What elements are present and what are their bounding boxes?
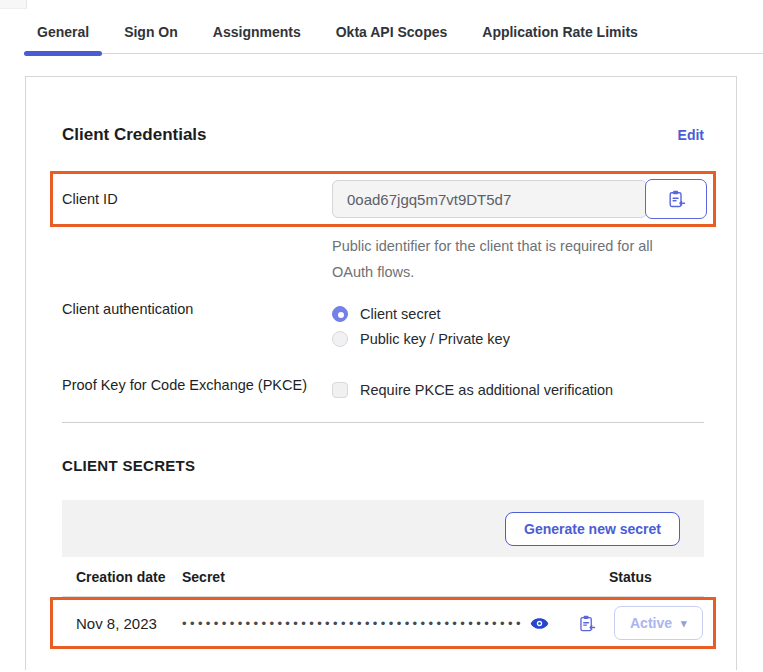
client-authentication-row: Client authentication Client secret Publ… — [62, 301, 704, 351]
client-credentials-title: Client Credentials — [62, 125, 207, 145]
client-authentication-label: Client authentication — [62, 301, 332, 317]
chevron-down-icon: ▾ — [681, 618, 687, 629]
header-creation-date: Creation date — [62, 569, 182, 585]
secret-row-highlight-box: Nov 8, 2023 ••••••••••••••••••••••••••••… — [50, 597, 716, 649]
client-secrets-title: CLIENT SECRETS — [62, 457, 704, 474]
radio-client-secret-label: Client secret — [360, 306, 441, 322]
header-secret: Secret — [182, 569, 609, 585]
client-id-group: 0oad67jgq5m7vt9DT5d7 — [332, 179, 707, 219]
app-tab-bar: General Sign On Assignments Okta API Sco… — [24, 10, 763, 54]
header-status: Status — [609, 569, 704, 585]
radio-public-private-key[interactable]: Public key / Private key — [332, 326, 510, 351]
pkce-checkbox-option[interactable]: Require PKCE as additional verification — [332, 377, 613, 402]
eye-icon — [530, 614, 549, 633]
table-row: Nov 8, 2023 ••••••••••••••••••••••••••••… — [62, 600, 707, 646]
section-divider — [62, 422, 704, 423]
tab-assignments[interactable]: Assignments — [200, 10, 314, 53]
secret-cell: ••••••••••••••••••••••••••••••••••••••••… — [182, 614, 612, 633]
client-authentication-options: Client secret Public key / Private key — [332, 301, 510, 351]
pkce-label: Proof Key for Code Exchange (PKCE) — [62, 377, 332, 393]
client-secrets-toolbar: Generate new secret — [62, 500, 704, 557]
client-id-highlight-box: Client ID 0oad67jgq5m7vt9DT5d7 — [50, 171, 716, 227]
radio-unselected-icon[interactable] — [332, 331, 348, 347]
tab-application-rate-limits[interactable]: Application Rate Limits — [469, 10, 651, 53]
clipboard-copy-icon — [666, 189, 686, 209]
reveal-secret-button[interactable] — [530, 614, 549, 633]
status-dropdown-button[interactable]: Active ▾ — [614, 606, 703, 640]
tab-sign-on[interactable]: Sign On — [111, 10, 191, 53]
generate-new-secret-button[interactable]: Generate new secret — [505, 512, 680, 546]
pkce-row: Proof Key for Code Exchange (PKCE) Requi… — [62, 377, 704, 402]
client-id-value-field[interactable]: 0oad67jgq5m7vt9DT5d7 — [332, 180, 647, 218]
client-credentials-header: Client Credentials Edit — [62, 125, 704, 145]
copy-client-id-button[interactable] — [645, 179, 707, 219]
status-cell: Active ▾ — [612, 606, 707, 640]
status-badge: Active — [630, 615, 672, 631]
general-settings-card: Client Credentials Edit Client ID 0oad67… — [25, 76, 737, 670]
tab-okta-api-scopes[interactable]: Okta API Scopes — [323, 10, 461, 53]
radio-selected-icon[interactable] — [332, 306, 348, 322]
radio-public-private-key-label: Public key / Private key — [360, 331, 510, 347]
tab-general[interactable]: General — [24, 10, 102, 53]
radio-client-secret[interactable]: Client secret — [332, 301, 510, 326]
clipboard-copy-icon — [577, 614, 596, 633]
client-id-label: Client ID — [62, 191, 332, 207]
secrets-table-header: Creation date Secret Status — [62, 557, 704, 597]
secret-creation-date: Nov 8, 2023 — [62, 615, 182, 632]
edit-button[interactable]: Edit — [678, 127, 704, 143]
pkce-checkbox-label: Require PKCE as additional verification — [360, 382, 613, 398]
masked-secret-value: ••••••••••••••••••••••••••••••••••••••••… — [182, 616, 524, 631]
checkbox-unchecked-icon[interactable] — [332, 382, 348, 398]
screen-edge-artifact — [0, 0, 27, 9]
copy-secret-button[interactable] — [577, 614, 596, 633]
client-id-help-text: Public identifier for the client that is… — [332, 233, 712, 285]
